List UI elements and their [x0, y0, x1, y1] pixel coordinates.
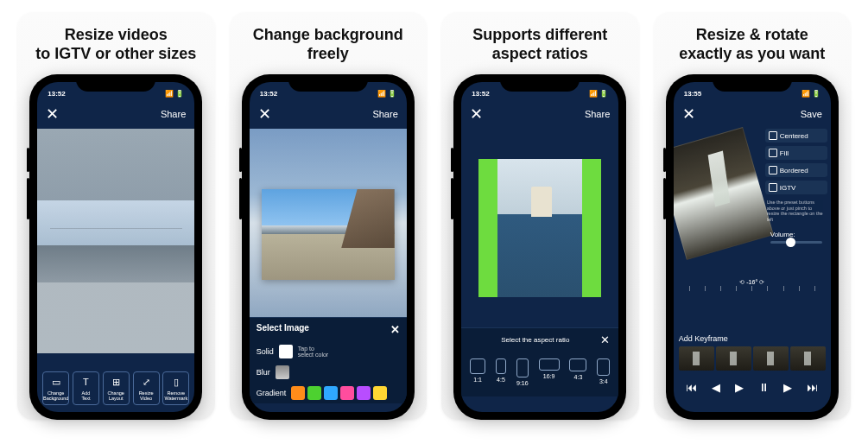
status-time: 13:52 — [260, 90, 277, 98]
aspect-panel: Select the aspect ratio ✕ 1:1 4:5 9:16 1… — [461, 327, 618, 396]
ratio-4-3[interactable]: 4:3 — [569, 358, 586, 386]
share-button[interactable]: Share — [585, 109, 610, 119]
volume-control: Volume: — [765, 227, 827, 247]
blur-swatch[interactable] — [276, 365, 289, 379]
preset-centered[interactable]: Centered — [765, 129, 827, 143]
video-content — [262, 189, 395, 280]
notch — [713, 74, 792, 92]
phone-frame: 13:52 📶 🔋 ✕ Share Select Image ✕ Solid T… — [242, 74, 415, 420]
video-viewport[interactable] — [37, 129, 194, 353]
screen: 13:52 📶 🔋 ✕ Share Select the aspect rati… — [461, 82, 618, 412]
rotation-dial[interactable]: ⟲ -16° ⟳ — [674, 276, 831, 293]
preset-icon — [769, 166, 777, 174]
caption: Change background freely — [253, 24, 403, 64]
status-icons: 📶 🔋 — [377, 90, 396, 98]
pause-icon[interactable]: ⏸ — [758, 381, 770, 394]
video-content[interactable] — [674, 127, 774, 260]
ratio-9-16[interactable]: 9:16 — [516, 358, 529, 386]
bottom-toolbar: ▭Change Background TAdd Text ⊞Change Lay… — [37, 365, 194, 412]
video-viewport[interactable]: Centered Fill Bordered IGTV Use the pres… — [674, 129, 831, 276]
close-icon[interactable]: ✕ — [470, 105, 483, 124]
video-content — [37, 200, 194, 282]
gradient-swatch[interactable] — [291, 386, 305, 400]
top-bar: ✕ Save — [674, 101, 831, 129]
ratio-16-9[interactable]: 16:9 — [539, 358, 560, 386]
preset-note: Use the preset buttons above or just pin… — [765, 198, 827, 224]
save-button[interactable]: Save — [801, 109, 822, 119]
skip-start-icon[interactable]: ⏮ — [686, 381, 697, 394]
ratio-icon — [597, 358, 610, 376]
video-viewport[interactable] — [250, 129, 407, 317]
step-forward-icon[interactable]: ▶ — [783, 381, 792, 394]
color-swatch[interactable] — [279, 345, 293, 358]
ratio-1-1[interactable]: 1:1 — [470, 358, 485, 386]
layout-icon: ⊞ — [110, 376, 122, 388]
preset-fill[interactable]: Fill — [765, 146, 827, 160]
card-change-background: Change background freely 13:52 📶 🔋 ✕ Sha… — [230, 12, 428, 420]
keyframe-label[interactable]: Add Keyframe — [674, 327, 831, 346]
share-button[interactable]: Share — [372, 109, 397, 119]
spacer — [674, 293, 831, 327]
panel-title: Select Image — [257, 323, 309, 336]
remove-watermark-button[interactable]: ▯Remove Watermark — [162, 371, 189, 405]
timeline-frame[interactable] — [790, 346, 826, 371]
timeline-frame[interactable] — [716, 346, 751, 371]
panel-header: Select Image ✕ — [250, 318, 407, 341]
phone-frame: 13:52 📶 🔋 ✕ Share Select the aspect rati… — [453, 74, 626, 420]
play-icon[interactable]: ▶ — [735, 381, 744, 394]
close-icon[interactable]: ✕ — [46, 105, 59, 124]
share-button[interactable]: Share — [161, 109, 186, 119]
step-back-icon[interactable]: ◀ — [712, 381, 720, 394]
ratio-3-4[interactable]: 3:4 — [597, 358, 610, 386]
caption: Supports different aspect ratios — [472, 24, 607, 64]
solid-option[interactable]: Solid Tap to select color — [250, 341, 407, 362]
ratio-4-5[interactable]: 4:5 — [496, 358, 506, 386]
notch — [288, 74, 368, 92]
gradient-swatch[interactable] — [324, 386, 338, 400]
status-time: 13:55 — [684, 90, 701, 98]
ratio-icon — [516, 358, 529, 377]
gradient-option[interactable]: Gradient — [250, 383, 407, 403]
card-resize-videos: Resize videos to IGTV or other sizes 13:… — [17, 12, 215, 420]
top-bar: ✕ Share — [461, 101, 618, 129]
ratio-icon — [569, 358, 586, 371]
close-icon[interactable]: ✕ — [682, 105, 695, 124]
status-icons: 📶 🔋 — [589, 90, 608, 98]
aspect-buttons: 1:1 4:5 9:16 16:9 4:3 3:4 — [461, 352, 618, 396]
change-layout-button[interactable]: ⊞Change Layout — [103, 371, 130, 405]
volume-slider[interactable] — [770, 241, 822, 244]
ratio-icon — [539, 358, 560, 371]
blur-option[interactable]: Blur — [250, 362, 407, 383]
preset-icon — [769, 131, 777, 140]
video-viewport[interactable] — [461, 129, 618, 327]
close-icon[interactable]: ✕ — [390, 323, 400, 336]
timeline-frame[interactable] — [753, 346, 789, 371]
skip-end-icon[interactable]: ⏭ — [807, 381, 818, 394]
notch — [76, 74, 155, 92]
gradient-swatch[interactable] — [307, 386, 321, 400]
gradient-swatch[interactable] — [340, 386, 354, 400]
top-bar: ✕ Share — [37, 101, 194, 129]
gradient-swatch[interactable] — [373, 386, 387, 400]
ratio-icon — [470, 358, 485, 374]
add-text-button[interactable]: TAdd Text — [73, 371, 99, 405]
rotation-angle: -16° — [746, 279, 757, 285]
aspect-frame — [478, 159, 601, 297]
preset-bordered[interactable]: Bordered — [765, 163, 827, 177]
timeline[interactable] — [674, 346, 831, 374]
gradient-swatch[interactable] — [357, 386, 371, 400]
top-bar: ✕ Share — [250, 101, 407, 129]
phone-frame: 13:52 📶 🔋 ✕ Share ▭Change Background TAd… — [29, 74, 202, 420]
timeline-frame[interactable] — [679, 346, 714, 371]
close-icon[interactable]: ✕ — [258, 105, 271, 124]
volume-label: Volume: — [770, 231, 822, 238]
close-icon[interactable]: ✕ — [600, 333, 610, 346]
change-background-button[interactable]: ▭Change Background — [42, 371, 69, 405]
resize-video-button[interactable]: ⤢Resize Video — [133, 371, 160, 405]
card-aspect-ratios: Supports different aspect ratios 13:52 📶… — [441, 12, 639, 420]
phone-frame: 13:55 📶 🔋 ✕ Save Centered Fill Bordered … — [666, 74, 839, 420]
screen: 13:52 📶 🔋 ✕ Share ▭Change Background TAd… — [37, 82, 194, 412]
status-icons: 📶 🔋 — [165, 90, 184, 98]
preset-panel: Centered Fill Bordered IGTV Use the pres… — [765, 129, 827, 247]
preset-igtv[interactable]: IGTV — [765, 181, 827, 194]
